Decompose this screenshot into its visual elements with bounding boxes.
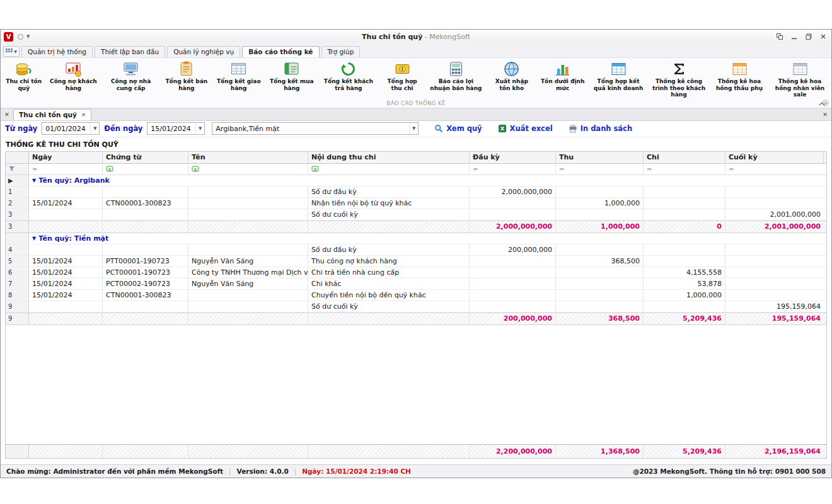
filter-cell-thu[interactable]: =	[556, 164, 644, 175]
ribbon-collapse-button[interactable]	[819, 100, 826, 106]
cell-ngay	[29, 209, 103, 220]
column-header-chi[interactable]: Chi	[644, 152, 725, 163]
data-grid: NgàyChứng từTênNội dung thu chiĐầu kỳThu…	[5, 151, 827, 459]
table-row[interactable]: 615/01/2024PCT00001-190723Công ty TNHH T…	[6, 267, 826, 278]
grand-total-chi: 5,209,436	[644, 445, 725, 458]
table-row[interactable]: 4Số dư đầu kỳ200,000,000	[6, 244, 826, 256]
chevron-down-icon[interactable]: ▼	[90, 123, 99, 134]
table-row[interactable]: 815/01/2024CTN00001-300823Chuyển tiền nộ…	[6, 290, 826, 301]
table-row[interactable]: 215/01/2024CTN00001-300823Nhận tiền nội …	[6, 198, 826, 209]
summary-ten	[188, 313, 308, 324]
filter-cell-dauky[interactable]: =	[470, 164, 556, 175]
filter-cell-noidung[interactable]: a	[308, 164, 470, 175]
to-date-input[interactable]: 15/01/2024 ▼	[147, 122, 205, 135]
app-window: V ▼ Thu chi tồn quỹ - MekongSoft ▼ Quản …	[0, 29, 832, 478]
column-header-chungtu[interactable]: Chứng từ	[103, 152, 188, 163]
close-document-left-button[interactable]: ✕	[2, 110, 12, 120]
ribbon-item-label: Tổng kết mua hàng	[269, 78, 315, 91]
ribbon-item-14[interactable]: Thống kê hoa hồng thầu phụ	[709, 59, 770, 92]
menu-tab-5[interactable]: Trợ giúp	[321, 46, 361, 57]
doc-tab-close-icon[interactable]: ✕	[81, 112, 86, 118]
book-icon	[283, 60, 300, 77]
ribbon-item-1[interactable]: Thu chi tồn quỹ	[2, 59, 45, 92]
menu-tab-3[interactable]: Quản lý nghiệp vụ	[167, 46, 240, 57]
ribbon-item-9[interactable]: Báo cáo lợi nhuận bán hàng	[425, 59, 486, 92]
menu-tab-2[interactable]: Thiết lập ban đầu	[95, 46, 165, 57]
ribbon-item-label: Thống kê công trình theo khách hàng	[652, 78, 706, 98]
filter-cell-cuoiky[interactable]: =	[725, 164, 824, 175]
from-date-input[interactable]: 01/01/2024 ▼	[42, 122, 100, 135]
group-label-text: Tên quỹ: Argibank	[38, 176, 110, 185]
filter-cell-ngay[interactable]: =	[29, 164, 103, 175]
row-number: 3	[6, 221, 29, 232]
column-header-dauky[interactable]: Đầu kỳ	[470, 152, 556, 163]
cell-noidung: Nhận tiền nội bộ từ quỹ khác	[308, 198, 470, 209]
funnel-icon[interactable]	[6, 164, 29, 175]
collapse-icon[interactable]: ▼	[32, 236, 36, 241]
close-document-right-button[interactable]: ✕	[820, 110, 830, 120]
cell-ngay	[29, 186, 103, 197]
group-row[interactable]: ▶▼Tên quỹ: Argibank	[6, 175, 826, 186]
svg-text:a: a	[108, 167, 111, 172]
quick-access-chevron-down-icon[interactable]: ▼	[26, 34, 30, 39]
ribbon-item-5[interactable]: Tổng kết giao hàng	[212, 59, 265, 92]
ribbon-item-13[interactable]: Thống kê công trình theo khách hàng	[649, 59, 709, 99]
column-header-noidung[interactable]: Nội dung thu chi	[308, 152, 470, 163]
dock-window-button[interactable]	[775, 32, 785, 41]
close-button[interactable]	[818, 32, 828, 41]
ribbon-item-12[interactable]: Tổng hợp kết quả kinh doanh	[588, 59, 649, 92]
ribbon-item-4[interactable]: Tổng kết bán hàng	[161, 59, 212, 92]
title-bar: V ▼ Thu chi tồn quỹ - MekongSoft	[1, 30, 831, 43]
menu-tab-4[interactable]: Báo cáo thống kê	[242, 46, 319, 57]
chevron-down-icon[interactable]: ▼	[195, 123, 204, 134]
menu-launcher-button[interactable]: ▼	[3, 46, 20, 57]
column-header-thu[interactable]: Thu	[556, 152, 644, 163]
restore-button[interactable]	[804, 32, 814, 41]
bars-icon	[554, 60, 571, 77]
ribbon-item-15[interactable]: Thống kê hoa hồng nhân viên sale	[770, 59, 830, 99]
column-header-cuoiky[interactable]: Cuối kỳ	[725, 152, 824, 163]
menu-tab-1[interactable]: Quản trị hệ thống	[21, 46, 93, 57]
cell-thu: 1,000,000	[556, 198, 644, 209]
view-fund-button[interactable]: Xem quỹ	[434, 124, 482, 133]
print-list-button[interactable]: In danh sách	[569, 124, 632, 133]
ribbon-item-8[interactable]: Tổng hợp thu chi	[379, 59, 426, 92]
cell-ngay: 15/01/2024	[29, 267, 103, 278]
summary-ngay	[29, 221, 103, 232]
column-header-ten[interactable]: Tên	[188, 152, 308, 163]
cell-dauky	[470, 209, 556, 220]
status-version: Version: 4.0.0	[237, 467, 289, 475]
group-row[interactable]: ▼Tên quỹ: Tiền mặt	[6, 233, 826, 244]
table-row[interactable]: 515/01/2024PTT00001-190723Nguyễn Văn Sán…	[6, 256, 826, 267]
doc-tab-1[interactable]: Thu chi tồn quỹ✕	[13, 109, 91, 120]
collapse-icon[interactable]: ▼	[32, 178, 36, 183]
filter-cell-chungtu[interactable]: a	[103, 164, 188, 175]
ribbon-item-2[interactable]: Công nợ khách hàng	[45, 59, 101, 92]
minimize-button[interactable]	[789, 32, 799, 41]
chevron-down-icon[interactable]: ▼	[409, 123, 418, 134]
ribbon-item-3[interactable]: Công nợ nhà cung cấp	[101, 59, 161, 92]
cell-chungtu: CTN00001-300823	[103, 290, 188, 301]
cell-cuoiky: 2,001,000,000	[725, 209, 824, 220]
print-list-label: In danh sách	[581, 124, 632, 133]
table-row[interactable]: 715/01/2024PCT00002-190723Nguyễn Văn Sán…	[6, 278, 826, 290]
column-header-ngay[interactable]: Ngày	[29, 152, 103, 163]
export-excel-button[interactable]: Xuất excel	[498, 124, 553, 133]
table-row[interactable]: 1Số dư đầu kỳ2,000,000,000	[6, 186, 826, 198]
table-row[interactable]: 9Số dư cuối kỳ195,159,064	[6, 301, 826, 312]
fund-select[interactable]: Argibank,Tiền mặt ▼	[212, 122, 419, 135]
cell-chi	[644, 256, 725, 266]
cell-chungtu	[103, 186, 188, 197]
group-label: ▼Tên quỹ: Argibank	[29, 175, 824, 186]
filter-cell-chi[interactable]: =	[644, 164, 725, 175]
ribbon-item-11[interactable]: Tồn dưới định mức	[537, 59, 588, 92]
table-row[interactable]: 3Số dư cuối kỳ2,001,000,000	[6, 209, 826, 220]
ribbon-item-6[interactable]: Tổng kết mua hàng	[265, 59, 318, 92]
ribbon-item-10[interactable]: Xuất nhập tồn kho	[486, 59, 537, 92]
row-indicator-header	[6, 152, 29, 163]
cell-chungtu: PTT00001-190723	[103, 256, 188, 266]
quick-access-button[interactable]	[18, 34, 23, 40]
ribbon-item-7[interactable]: Tổng kết khách trả hàng	[318, 59, 379, 92]
debt-customer-icon	[65, 60, 82, 77]
filter-cell-ten[interactable]: a	[188, 164, 308, 175]
